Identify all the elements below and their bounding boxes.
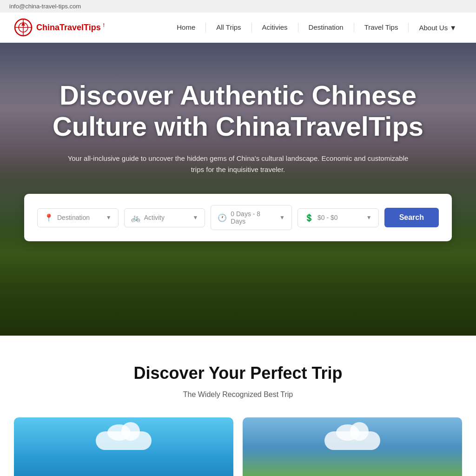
trips-section: Discover Your Perfect Trip The Widely Re… [0, 336, 476, 476]
nav-item-travel-tips[interactable]: Travel Tips [359, 20, 404, 34]
hero-content: Discover Authentic Chinese Culture with … [29, 80, 447, 194]
destination-label: Destination [57, 214, 102, 221]
cloud-decoration-2 [324, 431, 380, 450]
logo[interactable]: ChinaTravelTips ! [14, 18, 105, 37]
location-icon: 📍 [44, 213, 53, 222]
nav-item-home[interactable]: Home [171, 20, 201, 34]
nav-item-destination[interactable]: Destination [303, 20, 349, 34]
hero-subtitle: Your all-inclusive guide to uncover the … [64, 153, 412, 175]
search-row: 📍 Destination ▼ 🚲 Activity ▼ 🕐 0 Days - … [37, 205, 439, 230]
svg-marker-4 [21, 22, 25, 26]
trip-cards-row [14, 417, 462, 476]
activity-dropdown[interactable]: 🚲 Activity ▼ [124, 208, 205, 227]
logo-icon [14, 18, 33, 37]
search-button[interactable]: Search [384, 208, 439, 227]
trips-section-title: Discover Your Perfect Trip [14, 364, 462, 383]
price-dropdown[interactable]: 💲 $0 - $0 ▼ [298, 208, 379, 227]
hero-section: Discover Authentic Chinese Culture with … [0, 43, 476, 336]
nav-links: Home All Trips Acitivies Destination Tra… [171, 21, 462, 34]
activity-chevron-icon: ▼ [192, 214, 198, 221]
logo-text: ChinaTravelTips ! [36, 23, 105, 33]
contact-email: info@china-travel-tips.com [9, 3, 81, 10]
nav-item-all-trips[interactable]: All Trips [211, 20, 246, 34]
activity-icon: 🚲 [131, 213, 140, 222]
trip-card-1[interactable] [14, 417, 233, 476]
clock-icon: 🕐 [218, 213, 227, 222]
nav-item-about-us[interactable]: About Us ▼ [413, 21, 462, 34]
trips-section-subtitle: The Widely Recognized Best Trip [14, 390, 462, 399]
cloud-decoration [96, 431, 152, 450]
search-box: 📍 Destination ▼ 🚲 Activity ▼ 🕐 0 Days - … [24, 194, 452, 241]
trip-card-2[interactable] [243, 417, 462, 476]
destination-chevron-icon: ▼ [106, 214, 112, 221]
activity-label: Activity [144, 214, 189, 221]
top-bar: info@china-travel-tips.com [0, 0, 476, 13]
price-label: $0 - $0 [317, 214, 363, 221]
days-label: 0 Days - 8 Days [231, 210, 276, 225]
days-dropdown[interactable]: 🕐 0 Days - 8 Days ▼ [211, 205, 292, 230]
destination-dropdown[interactable]: 📍 Destination ▼ [37, 208, 119, 227]
dollar-icon: 💲 [304, 213, 314, 222]
days-chevron-icon: ▼ [279, 214, 285, 221]
price-chevron-icon: ▼ [366, 214, 372, 221]
nav-item-activities[interactable]: Acitivies [257, 20, 293, 34]
hero-title: Discover Authentic Chinese Culture with … [29, 80, 447, 142]
navbar: ChinaTravelTips ! Home All Trips Acitivi… [0, 13, 476, 43]
chevron-down-icon: ▼ [450, 24, 456, 32]
